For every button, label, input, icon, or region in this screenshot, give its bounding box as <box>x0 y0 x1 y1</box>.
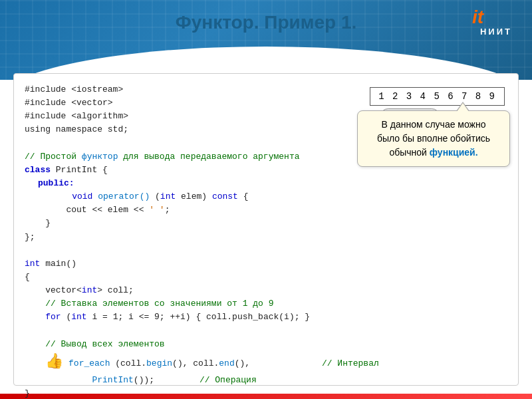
slide: it НИИТ Функтор. Пример 1. 1 2 3 4 5 6 7… <box>0 0 532 399</box>
code-line-18: for (int i = 1; i <= 9; ++i) { coll.push… <box>25 311 507 324</box>
code-line-22: PrintInt()); // Операция <box>25 374 507 387</box>
code-line-14: int main() <box>25 257 507 271</box>
content-area: 1 2 3 4 5 6 7 8 9 Результат В данном слу… <box>13 73 519 386</box>
indent-9 <box>51 192 72 201</box>
main-sig: main() <box>40 259 76 269</box>
code-line-8: public: <box>25 177 507 190</box>
code-line-15: { <box>25 271 507 284</box>
printint-call: PrintInt <box>92 375 133 385</box>
comment-interval: // Интервал <box>322 358 379 368</box>
code-line-4: using namespace std; <box>25 123 507 136</box>
code-line-2: #include <vector> <box>25 96 507 110</box>
code-line-7: class PrintInt { <box>25 164 507 177</box>
code-line-11: } <box>25 217 507 230</box>
for-each-keyword: for_each <box>68 358 110 368</box>
code-comment-1: // Простой <box>25 152 82 162</box>
code-line-1: #include <iostream> <box>25 83 507 96</box>
kw-void: void <box>72 192 98 201</box>
code-line-20: // Вывод всех элементов <box>25 338 507 351</box>
for-each-args: (coll.begin(), coll.end(), <box>110 358 250 368</box>
code-block: #include <iostream> #include <vector> #i… <box>25 83 507 399</box>
code-line-17: // Вставка элементов со значениями от 1 … <box>25 297 507 311</box>
code-line-10: cout << elem << ' '; <box>25 203 507 217</box>
code-line-21: 👍 for_each (coll.begin(), coll.end(), //… <box>25 351 507 374</box>
code-line-23: } <box>25 387 507 399</box>
comment-operation: // Операция <box>200 375 257 385</box>
class-name: PrintInt { <box>51 165 108 175</box>
code-line-5 <box>25 137 507 150</box>
kw-class: class <box>25 165 51 175</box>
hand-icon: 👍 <box>45 351 63 374</box>
code-comment-1b: для вывода передаваемого аргумента <box>118 152 299 162</box>
code-link-functor: функтор <box>82 152 118 162</box>
kw-int: int <box>25 259 40 269</box>
code-line-12: }; <box>25 231 507 244</box>
code-line-9: void operator() (int elem) const { <box>25 190 507 203</box>
code-operator-sig: (int elem) const { <box>150 192 248 201</box>
code-line-16: vector<int> coll; <box>25 284 507 297</box>
code-line-3: #include <algorithm> <box>25 110 507 123</box>
code-line-6: // Простой функтор для вывода передаваем… <box>25 150 507 164</box>
page-title: Функтор. Пример 1. <box>0 12 532 33</box>
code-line-19 <box>25 325 507 338</box>
kw-public: public: <box>38 178 74 188</box>
code-line-13 <box>25 244 507 257</box>
op-name: operator() <box>98 192 150 201</box>
printint-parens: ()); <box>134 375 154 385</box>
